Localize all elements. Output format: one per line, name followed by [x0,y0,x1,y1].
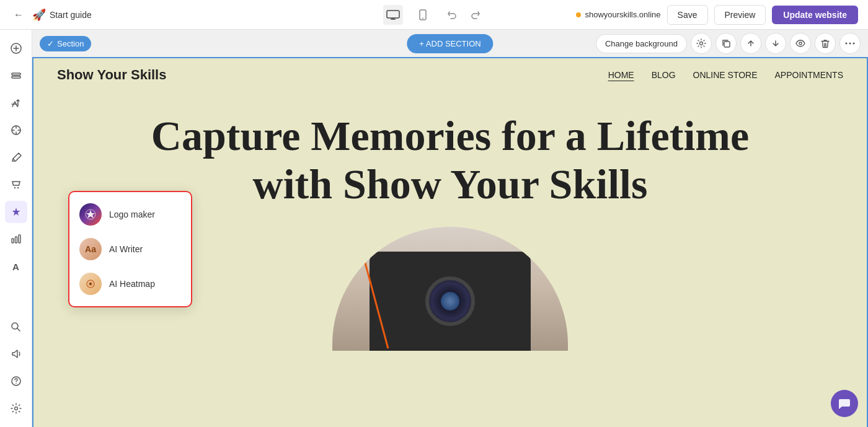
svg-rect-0 [387,11,399,18]
ai-tools-popup: Logo maker Aa AI Writer AI Heatmap [68,191,192,307]
svg-point-7 [14,187,15,188]
topbar: ← 🚀 Start guide showyourskills.online Sa… [0,0,868,30]
section-badge[interactable]: ✓ Section [40,36,91,51]
ai-heatmap-item[interactable]: AI Heatmap [69,266,191,301]
rocket-icon: 🚀 [32,8,46,22]
svg-point-15 [14,407,17,410]
website-nav: Show Your Skills HOME BLOG ONLINE STORE … [32,57,868,93]
section-move-up-button[interactable] [740,33,761,54]
canvas-area: ✓ Section + ADD SECTION Change backgroun… [32,30,868,427]
svg-point-20 [849,43,851,45]
camera-body [370,252,531,351]
sidebar-item-search[interactable] [5,315,27,338]
section-actions: Change background [596,33,861,54]
logo-maker-label: Logo maker [109,209,155,219]
sidebar-item-elements[interactable] [5,92,27,114]
section-copy-button[interactable] [715,33,737,54]
svg-point-25 [90,283,92,285]
sidebar-item-layers[interactable] [5,64,27,87]
svg-point-8 [17,187,18,188]
sidebar-item-marketing[interactable] [5,343,27,365]
domain-name: showyourskills.online [585,10,660,19]
update-website-button[interactable]: Update website [772,6,858,24]
svg-rect-11 [19,235,20,243]
preview-button[interactable]: Preview [714,5,766,25]
sidebar-item-ai[interactable] [5,201,27,223]
ai-writer-item[interactable]: Aa AI Writer [69,232,191,266]
camera-lens [425,276,475,326]
svg-rect-9 [12,239,14,243]
svg-point-2 [422,17,423,19]
undo-redo-group [443,5,485,25]
section-settings-button[interactable] [691,33,712,54]
hero-title-line2: with Show Your Skills [253,161,648,208]
logo-maker-item[interactable]: Logo maker [69,197,191,232]
redo-button[interactable] [465,5,485,25]
topbar-right: showyourskills.online Save Preview Updat… [576,5,858,25]
start-guide-label: Start guide [50,10,92,20]
website-nav-links: HOME BLOG ONLINE STORE APPOINTMENTS [608,70,843,80]
main-area: A ✓ Section + ADD SECTION Cha [0,30,868,427]
topbar-center [383,5,485,25]
start-guide-button[interactable]: 🚀 Start guide [32,8,92,22]
svg-point-21 [853,43,855,45]
hero-title-line1: Capture Memories for a Lifetime [151,112,749,159]
sidebar: A [0,30,32,427]
svg-point-14 [16,383,17,384]
chat-bubble-button[interactable] [831,390,858,417]
sidebar-item-help[interactable] [5,370,27,392]
sidebar-item-draw[interactable] [5,146,27,169]
sidebar-item-store[interactable] [5,174,27,196]
sidebar-item-analytics[interactable] [5,228,27,250]
nav-link-store[interactable]: ONLINE STORE [693,70,758,80]
section-delete-button[interactable] [815,33,836,54]
section-label: Section [57,39,84,48]
section-bar: ✓ Section + ADD SECTION Change backgroun… [32,30,868,57]
mobile-device-button[interactable] [413,5,433,25]
topbar-left: ← 🚀 Start guide [10,6,92,24]
ai-writer-label: AI Writer [109,244,143,254]
svg-rect-5 [12,76,20,78]
section-check-icon: ✓ [47,39,54,48]
writer-icon-text: Aa [85,244,96,254]
sidebar-item-translate[interactable]: A [5,255,27,278]
back-button[interactable]: ← [10,6,27,24]
domain-status-dot [576,12,581,17]
nav-link-appointments[interactable]: APPOINTMENTS [775,70,843,80]
add-section-button[interactable]: + ADD SECTION [407,34,493,53]
section-visibility-button[interactable] [790,33,811,54]
translate-icon-label: A [12,262,19,272]
desktop-device-button[interactable] [383,5,403,25]
svg-rect-4 [12,73,20,75]
svg-point-16 [700,42,703,45]
website-logo: Show Your Skills [57,67,166,83]
ai-writer-icon: Aa [79,238,102,260]
sidebar-item-settings[interactable] [5,397,27,420]
ai-heatmap-label: AI Heatmap [109,279,155,289]
section-more-button[interactable] [839,33,861,54]
sidebar-item-design[interactable] [5,119,27,141]
nav-link-blog[interactable]: BLOG [652,70,676,80]
save-button[interactable]: Save [667,5,708,25]
svg-point-18 [799,42,802,45]
sidebar-item-add[interactable] [5,37,27,59]
svg-rect-10 [15,237,17,243]
camera-circle-image [332,227,568,351]
ai-heatmap-icon [79,273,102,295]
canvas-left-border [32,57,33,427]
logo-maker-icon [79,203,102,226]
domain-indicator: showyourskills.online [576,10,660,19]
nav-link-home[interactable]: HOME [608,70,634,80]
change-background-button[interactable]: Change background [596,34,687,53]
svg-rect-17 [724,42,730,47]
svg-point-19 [846,43,848,45]
section-move-down-button[interactable] [765,33,786,54]
canvas-top-border [32,57,868,58]
undo-button[interactable] [443,5,463,25]
